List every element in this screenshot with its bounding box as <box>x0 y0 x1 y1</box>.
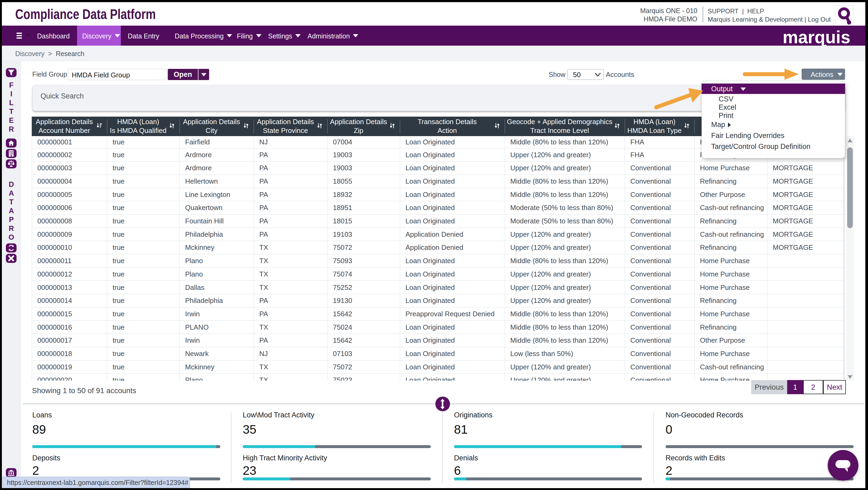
svg-text:marquis: marquis <box>783 27 850 47</box>
